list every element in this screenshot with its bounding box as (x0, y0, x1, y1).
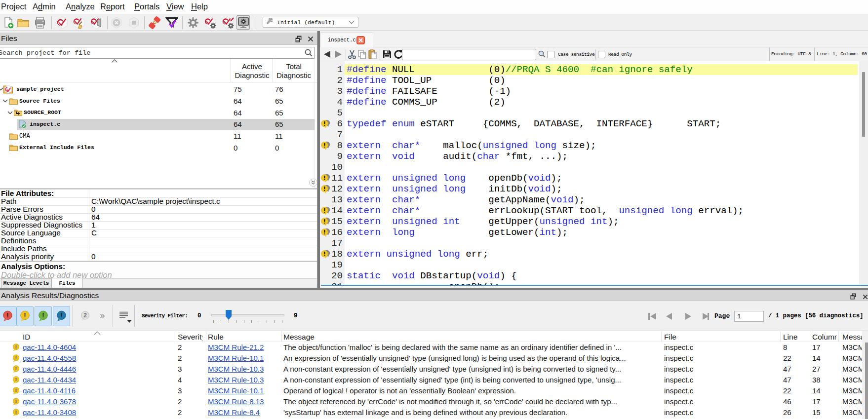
svg-text:!: ! (15, 377, 17, 382)
svg-text:!: ! (15, 344, 17, 349)
svg-text:!: ! (60, 311, 62, 319)
svg-text:!: ! (6, 311, 8, 319)
svg-text:!: ! (15, 387, 17, 393)
svg-text:!: ! (15, 398, 17, 404)
svg-text:!: ! (15, 366, 17, 371)
svg-text:2: 2 (83, 312, 87, 319)
svg-text:!: ! (15, 355, 17, 360)
svg-text:!: ! (15, 409, 17, 415)
svg-text:!: ! (42, 311, 44, 319)
svg-text:!: ! (24, 311, 26, 319)
